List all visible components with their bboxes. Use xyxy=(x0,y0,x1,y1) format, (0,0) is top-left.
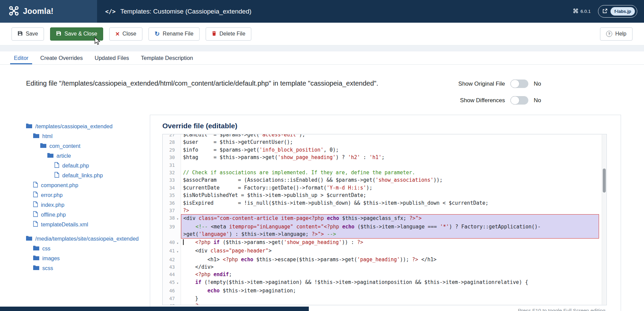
code-text[interactable]: <div class="page-header"> xyxy=(181,247,599,256)
rename-file-button[interactable]: ↻ Rename File xyxy=(148,27,200,41)
fold-toggle-icon xyxy=(175,207,180,214)
toggle-show-differences[interactable] xyxy=(510,96,528,105)
line-gutter: 44 xyxy=(163,271,181,278)
fold-toggle-icon[interactable]: ▾ xyxy=(175,239,180,247)
code-text[interactable]: $canEdit = $params->get('access-edit'); xyxy=(181,134,599,138)
tree-item-default-php[interactable]: default.php xyxy=(0,161,150,171)
code-text[interactable]: </div> xyxy=(181,263,599,271)
code-line[interactable]: 38▾<div class="com-content-article item-… xyxy=(163,214,606,223)
file-icon xyxy=(33,211,38,218)
code-line[interactable]: 32// Check if associations are implement… xyxy=(163,169,606,176)
code-editor[interactable]: 27$canEdit = $params->get('access-edit')… xyxy=(162,134,607,305)
tree-item-templates-cassiopeia-extended[interactable]: /templates/cassiopeia_extended xyxy=(0,121,150,131)
line-gutter: 36 xyxy=(163,199,181,207)
tree-item-offline-php[interactable]: offline.php xyxy=(0,210,150,220)
folder-icon xyxy=(26,123,32,130)
editor-heading: Override file (editable) xyxy=(162,122,607,130)
code-text[interactable]: $currentDate = Factory::getDate()->forma… xyxy=(181,184,599,192)
code-text[interactable]: <div class="com-content-article item-pag… xyxy=(181,214,599,223)
code-line[interactable]: 44 <?php endif; xyxy=(163,271,606,278)
tab-create-overrides[interactable]: Create Overrides xyxy=(37,51,87,64)
code-line[interactable]: 35$isNotPublishedYet = $this->item->publ… xyxy=(163,192,606,199)
tree-item-html[interactable]: html xyxy=(0,131,150,141)
code-text[interactable]: $assocParam = (Associations::isEnabled()… xyxy=(181,176,599,184)
code-line[interactable]: 46 echo $this->item->pagination; xyxy=(163,287,606,294)
code-text[interactable]: if (!empty($this->item->pagination) && !… xyxy=(181,279,599,287)
file-icon xyxy=(33,201,38,208)
code-line[interactable]: 34$currentDate = Factory::getDate()->for… xyxy=(163,184,606,192)
site-name-badge: f-labs.jp xyxy=(611,7,635,16)
switch-label: Show Differences xyxy=(460,97,505,104)
code-line[interactable]: 39 <!-- <meta itemprop="inLanguage" cont… xyxy=(163,223,606,230)
tree-item-index-php[interactable]: index.php xyxy=(0,200,150,210)
fold-toggle-icon[interactable]: ▾ xyxy=(175,247,180,256)
tab-template-description[interactable]: Template Description xyxy=(137,51,197,64)
code-text[interactable]: ?> xyxy=(181,302,599,305)
code-line[interactable]: 27$canEdit = $params->get('access-edit')… xyxy=(163,134,606,138)
code-line[interactable]: 33$assocParam = (Associations::isEnabled… xyxy=(163,176,606,184)
tree-item-media-templates-site-cassiopeia-extended[interactable]: /media/templates/site/cassiopeia_extende… xyxy=(0,234,150,244)
code-line[interactable]: 30$htag = $this->params->get('show_page_… xyxy=(163,154,606,161)
code-line[interactable]: 42 <h1> <?php echo $this->escape($this->… xyxy=(163,256,606,263)
tree-item-error-php[interactable]: error.php xyxy=(0,190,150,200)
code-lines: 27$canEdit = $params->get('access-edit')… xyxy=(163,134,606,305)
code-line[interactable]: 29$info = $params->get('info_block_posit… xyxy=(163,146,606,154)
admin-header: Joomla! </> Templates: Customise (Cassio… xyxy=(0,0,644,23)
code-text[interactable]: <!-- <meta itemprop="inLanguage" content… xyxy=(181,223,599,230)
scrollbar-thumb[interactable] xyxy=(603,169,606,192)
code-text[interactable]: <h1> <?php echo $this->escape($this->par… xyxy=(181,256,599,263)
tab-updated-files[interactable]: Updated Files xyxy=(91,51,133,64)
tree-item-templatedetails-xml[interactable]: templateDetails.xml xyxy=(0,220,150,229)
fold-toggle-icon[interactable]: ▾ xyxy=(175,279,180,287)
tree-item-css[interactable]: css xyxy=(0,244,150,253)
tree-item-article[interactable]: article xyxy=(0,151,150,161)
code-text[interactable]: ?> xyxy=(181,207,599,214)
close-button[interactable]: × Close xyxy=(109,27,142,41)
code-text[interactable]: <?php if ($this->params->get('show_page_… xyxy=(181,239,599,247)
code-line[interactable]: 28$user = $this->getCurrentUser(); xyxy=(163,138,606,146)
code-text[interactable]: $isExpired = !is_null($this->item->publi… xyxy=(181,199,599,207)
code-text[interactable]: $isNotPublishedYet = $this->item->publis… xyxy=(181,192,599,199)
code-text[interactable]: $htag = $this->params->get('show_page_he… xyxy=(181,154,599,161)
code-line[interactable]: 47 } xyxy=(163,295,606,302)
code-text[interactable]: >get('language') : $this->item->language… xyxy=(181,230,599,238)
code-line[interactable]: >get('language') : $this->item->language… xyxy=(163,230,606,238)
code-text[interactable]: $info = $params->get('info_block_positio… xyxy=(181,146,599,154)
code-text[interactable]: } xyxy=(181,295,599,302)
fold-toggle-icon xyxy=(175,161,180,169)
code-text[interactable]: echo $this->item->pagination; xyxy=(181,287,599,294)
joomla-logo[interactable]: Joomla! xyxy=(0,0,97,23)
file-tree: /templates/cassiopeia_extendedhtmlcom_co… xyxy=(0,115,150,273)
tree-item-scss[interactable]: scss xyxy=(0,263,150,273)
code-line[interactable]: 43 </div> xyxy=(163,263,606,271)
code-line[interactable]: 40▾ <?php if ($this->params->get('show_p… xyxy=(163,239,606,247)
save-button[interactable]: Save xyxy=(12,27,44,41)
help-button[interactable]: ? Help xyxy=(600,27,632,41)
fold-toggle-icon xyxy=(175,287,180,294)
code-text[interactable]: <?php endif; xyxy=(181,271,599,278)
save-close-button[interactable]: Save & Close xyxy=(50,27,103,41)
tree-item-com-content[interactable]: com_content xyxy=(0,141,150,151)
preview-site-button[interactable]: f-labs.jp xyxy=(598,5,637,18)
code-line[interactable]: 31 xyxy=(163,161,606,169)
code-line[interactable]: 48 ?> xyxy=(163,302,606,305)
editor-scrollbar[interactable] xyxy=(602,135,606,305)
code-line[interactable]: 41▾ <div class="page-header"> xyxy=(163,247,606,256)
folder-icon xyxy=(26,236,32,242)
line-gutter: 46 xyxy=(163,287,181,294)
line-number: 40 xyxy=(163,239,175,247)
line-gutter: 32 xyxy=(163,169,181,176)
code-line[interactable]: 37?> xyxy=(163,207,606,214)
code-line[interactable]: 36$isExpired = !is_null($this->item->pub… xyxy=(163,199,606,207)
tree-item-component-php[interactable]: component.php xyxy=(0,180,150,190)
tree-item-images[interactable]: images xyxy=(0,253,150,263)
fold-toggle-icon[interactable]: ▾ xyxy=(175,214,180,223)
code-text[interactable]: $user = $this->getCurrentUser(); xyxy=(181,138,599,146)
code-text[interactable] xyxy=(181,161,599,169)
toggle-show-original-file[interactable] xyxy=(510,80,528,88)
delete-file-button[interactable]: Delete File xyxy=(206,27,251,41)
tab-editor[interactable]: Editor xyxy=(10,51,32,64)
code-text[interactable]: // Check if associations are implemented… xyxy=(181,169,599,176)
tree-item-default-links-php[interactable]: default_links.php xyxy=(0,171,150,180)
code-line[interactable]: 45▾ if (!empty($this->item->pagination) … xyxy=(163,279,606,287)
